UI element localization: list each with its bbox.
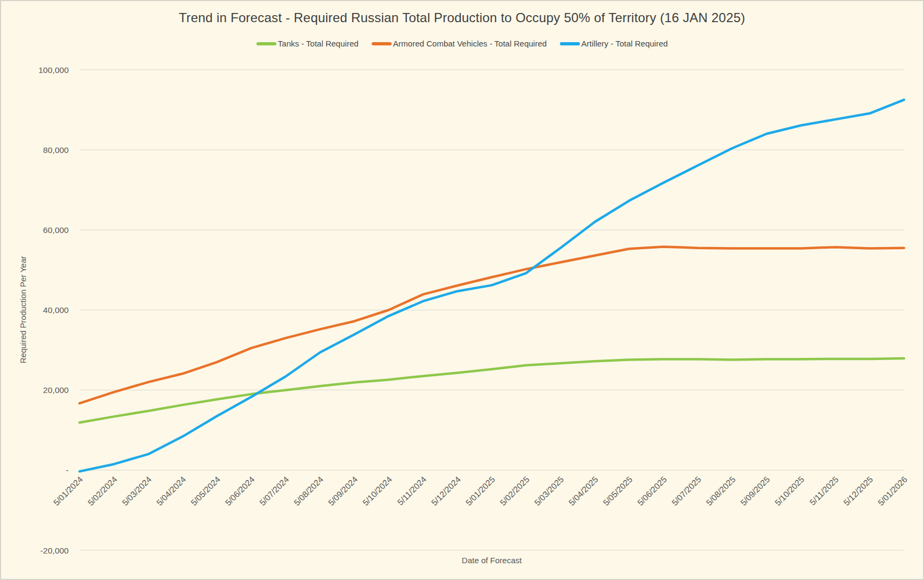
- x-tick-label: 5/04/2025: [567, 475, 600, 508]
- x-tick-label: 5/01/2024: [51, 475, 84, 508]
- x-tick-label: 5/10/2024: [361, 475, 394, 508]
- plot-area: -20,000-20,00040,00060,00080,000100,000 …: [1, 1, 923, 579]
- x-tick-label: 5/09/2024: [326, 475, 359, 508]
- x-tick-label: 5/12/2024: [430, 475, 463, 508]
- x-tick-label: 5/03/2024: [120, 475, 153, 508]
- x-tick-label: 5/08/2025: [704, 475, 737, 508]
- y-tick-label: 100,000: [38, 65, 69, 75]
- y-tick-label: 20,000: [43, 385, 69, 395]
- x-tick-label: 5/11/2025: [808, 475, 840, 507]
- x-tick-label: 5/09/2025: [738, 475, 771, 508]
- series-line-artillery: [80, 100, 904, 472]
- x-tick-label: 5/04/2024: [155, 475, 188, 508]
- y-tick-label: 60,000: [43, 225, 69, 235]
- x-tick-label: 5/03/2025: [532, 475, 565, 508]
- x-tick-label: 5/06/2025: [636, 475, 669, 508]
- x-tick-label: 5/07/2024: [258, 475, 291, 508]
- x-tick-label: 5/01/2026: [876, 475, 909, 508]
- x-tick-label: 5/02/2024: [86, 475, 119, 508]
- x-tick-label: 5/10/2025: [773, 475, 806, 508]
- x-axis-tick-labels: 5/01/20245/02/20245/03/20245/04/20245/05…: [51, 475, 909, 508]
- chart-canvas: Trend in Forecast - Required Russian Tot…: [0, 0, 924, 580]
- x-tick-label: 5/12/2025: [842, 475, 875, 508]
- x-tick-label: 5/06/2024: [223, 475, 256, 508]
- x-tick-label: 5/08/2024: [292, 475, 325, 508]
- y-axis-title: Required Production Per Year: [18, 256, 28, 363]
- x-tick-label: 5/07/2025: [670, 475, 703, 508]
- y-tick-label: 80,000: [43, 145, 69, 155]
- x-tick-label: 5/05/2025: [601, 475, 634, 508]
- x-tick-label: 5/11/2024: [395, 475, 428, 507]
- y-tick-label: -20,000: [40, 546, 69, 555]
- series-lines: [80, 100, 904, 472]
- y-tick-label: -: [66, 465, 69, 475]
- y-axis-tick-labels: -20,000-20,00040,00060,00080,000100,000: [38, 65, 69, 555]
- x-tick-label: 5/01/2025: [464, 475, 497, 508]
- series-line-armored: [80, 246, 904, 403]
- y-tick-label: 40,000: [43, 305, 69, 315]
- x-tick-label: 5/02/2025: [498, 475, 531, 508]
- x-tick-label: 5/05/2024: [189, 475, 222, 508]
- x-axis-title: Date of Forecast: [462, 556, 523, 565]
- series-line-tanks: [80, 358, 904, 423]
